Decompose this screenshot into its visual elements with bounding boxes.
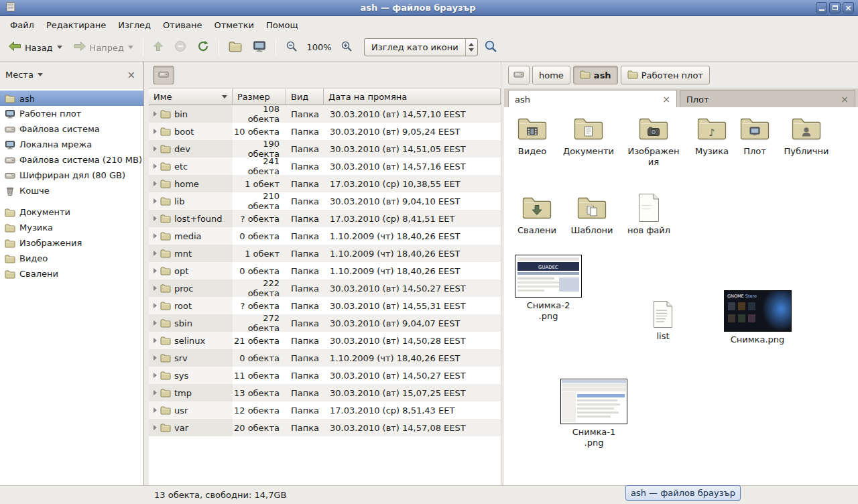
tab-plot[interactable]: Плот× (680, 90, 855, 107)
file-row-proc[interactable]: proc222 обектаПапка30.03.2010 (вт) 14,50… (149, 279, 501, 297)
expander-icon[interactable] (154, 355, 157, 361)
taskbar-window-button[interactable]: ash — файлов браузър (625, 485, 741, 501)
sidebar-item-filesystem-210mb[interactable]: Файлова система (210 MB) (0, 152, 143, 168)
sidebar-item-documents[interactable]: Документи (0, 204, 143, 220)
chevron-down-icon[interactable] (38, 73, 43, 76)
file-row-sys[interactable]: sys11 обектаПапка30.03.2010 (вт) 14,50,2… (149, 367, 501, 384)
expander-icon[interactable] (154, 407, 157, 413)
zoom-in-button[interactable] (336, 37, 357, 58)
menu-bookmarks[interactable]: Отметки (208, 17, 259, 33)
icon-item-snimka[interactable]: GNOME StoreСнимка.png (722, 290, 793, 345)
expander-icon[interactable] (154, 373, 157, 378)
file-row-media[interactable]: media0 обектаПапка1.10.2009 (чт) 18,40,2… (149, 227, 501, 245)
icon-item-documents[interactable]: Документи (562, 114, 615, 157)
up-button[interactable] (148, 37, 168, 58)
back-button[interactable]: Назад (3, 37, 67, 58)
home-button[interactable] (224, 37, 247, 58)
expander-icon[interactable] (154, 320, 157, 326)
column-header-2[interactable]: Вид (286, 88, 324, 105)
column-header-1[interactable]: Размер (233, 88, 286, 105)
view-mode-select[interactable]: Изглед като икони (364, 38, 478, 56)
sidebar-item-encrypted-80gb[interactable]: Шифриран дял (80 GB) (0, 168, 143, 183)
sidebar-item-desktop[interactable]: Работен плот (0, 106, 143, 121)
breadcrumb-home[interactable]: home (532, 66, 570, 84)
icon-item-downloads[interactable]: Свалени (510, 193, 564, 236)
expander-icon[interactable] (154, 338, 157, 343)
menu-view[interactable]: Изглед (112, 17, 157, 33)
close-sidebar-button[interactable]: × (124, 69, 138, 81)
file-row-srv[interactable]: srv0 обектаПапка1.10.2009 (чт) 18,40,26 … (149, 349, 501, 367)
sidebar-item-network[interactable]: Локална мрежа (0, 137, 143, 152)
file-row-dev[interactable]: dev190 обектаПапка30.03.2010 (вт) 14,51,… (149, 140, 501, 158)
expander-icon[interactable] (154, 164, 157, 169)
expander-icon[interactable] (154, 129, 157, 134)
expander-icon[interactable] (154, 111, 157, 117)
expander-icon[interactable] (154, 268, 157, 273)
icon-item-snimka-2[interactable]: GUADECСнимка-2.png (513, 255, 583, 321)
expander-icon[interactable] (154, 425, 157, 430)
menu-go[interactable]: Отиване (157, 17, 208, 33)
sidebar-item-ash[interactable]: ash (0, 90, 143, 106)
icon-item-pictures[interactable]: Изображения (623, 114, 684, 167)
file-row-lib[interactable]: lib210 обектаПапка30.03.2010 (вт) 9,04,1… (149, 192, 501, 210)
reload-button[interactable] (192, 37, 214, 58)
file-row-usr[interactable]: usr12 обектаПапка17.03.2010 (ср) 8,51,43… (149, 401, 501, 419)
file-row-lost+found[interactable]: lost+found? обектаПапка17.03.2010 (ср) 8… (149, 210, 501, 227)
forward-button[interactable]: Напред (68, 37, 138, 58)
icon-item-templates[interactable]: Шаблони (565, 193, 619, 236)
sidebar-item-music[interactable]: Музика (0, 220, 143, 235)
sidebar-item-trash[interactable]: Кошче (0, 183, 143, 198)
file-row-tmp[interactable]: tmp13 обектаПапка30.03.2010 (вт) 15,07,2… (149, 384, 501, 401)
file-row-opt[interactable]: opt0 обектаПапка1.10.2009 (чт) 18,40,26 … (149, 262, 501, 279)
file-row-etc[interactable]: etc241 обектаПапка30.03.2010 (вт) 14,57,… (149, 158, 501, 175)
expander-icon[interactable] (154, 216, 157, 221)
sidebar-item-video[interactable]: Видео (0, 251, 143, 266)
sidebar-item-pictures[interactable]: Изображения (0, 235, 143, 251)
expander-icon[interactable] (154, 233, 157, 239)
root-location-button[interactable] (153, 66, 174, 84)
tab-close-icon[interactable]: × (835, 94, 849, 105)
close-button[interactable]: × (843, 2, 854, 13)
expander-icon[interactable] (154, 146, 157, 151)
icon-item-new-file[interactable]: нов файл (622, 193, 676, 236)
icon-item-desktop[interactable]: Плот (731, 114, 779, 157)
icon-item-public[interactable]: Публични (780, 114, 833, 157)
maximize-button[interactable] (829, 2, 841, 13)
file-row-mnt[interactable]: mnt1 обектПапка1.10.2009 (чт) 18,40,26 E… (149, 245, 501, 262)
menu-file[interactable]: Файл (4, 17, 40, 33)
expander-icon[interactable] (154, 303, 157, 308)
sidebar-item-downloads[interactable]: Свалени (0, 266, 143, 281)
icon-item-video[interactable]: Видео (505, 114, 559, 157)
expander-icon[interactable] (154, 286, 157, 291)
menu-help[interactable]: Помощ (260, 17, 304, 33)
file-row-sbin[interactable]: sbin272 обектаПапка30.03.2010 (вт) 9,04,… (149, 314, 501, 332)
sidebar-item-filesystem[interactable]: Файлова система (0, 121, 143, 137)
root-location-button[interactable] (508, 66, 530, 84)
file-row-selinux[interactable]: selinux21 обектаПапка30.03.2010 (вт) 14,… (149, 332, 501, 349)
zoom-out-button[interactable] (281, 37, 302, 58)
file-row-boot[interactable]: boot10 обектаПапка30.03.2010 (вт) 9,05,2… (149, 123, 501, 140)
column-header-3[interactable]: Дата на промяна (324, 88, 501, 105)
minimize-button[interactable] (816, 2, 827, 13)
expander-icon[interactable] (154, 181, 157, 186)
sidebar-splitter[interactable] (144, 62, 149, 485)
computer-button[interactable] (248, 37, 271, 58)
file-row-home[interactable]: home1 обектПапка17.03.2010 (ср) 10,38,55… (149, 175, 501, 192)
stop-button[interactable] (170, 37, 191, 58)
icon-item-list-file[interactable]: list (637, 300, 688, 342)
tab-ash[interactable]: ash× (508, 90, 677, 107)
titlebar[interactable]: ash — файлов браузър × (0, 0, 858, 16)
file-row-root[interactable]: root? обектаПапка30.03.2010 (вт) 14,55,3… (149, 297, 501, 314)
breadcrumb-desktop[interactable]: Работен плот (621, 66, 710, 84)
expander-icon[interactable] (154, 251, 157, 256)
menu-edit[interactable]: Редактиране (40, 17, 112, 33)
places-title[interactable]: Места (5, 70, 34, 80)
icon-item-snimka-1[interactable]: Снимка-1.png (559, 379, 629, 448)
expander-icon[interactable] (154, 198, 157, 204)
file-row-bin[interactable]: bin108 обектаПапка30.03.2010 (вт) 14,57,… (149, 105, 501, 123)
file-row-var[interactable]: var20 обектаПапка30.03.2010 (вт) 14,57,0… (149, 419, 501, 436)
expander-icon[interactable] (154, 390, 157, 395)
tab-close-icon[interactable]: × (657, 94, 670, 105)
breadcrumb-ash[interactable]: ash (573, 66, 618, 84)
column-header-0[interactable]: Име (149, 88, 233, 105)
